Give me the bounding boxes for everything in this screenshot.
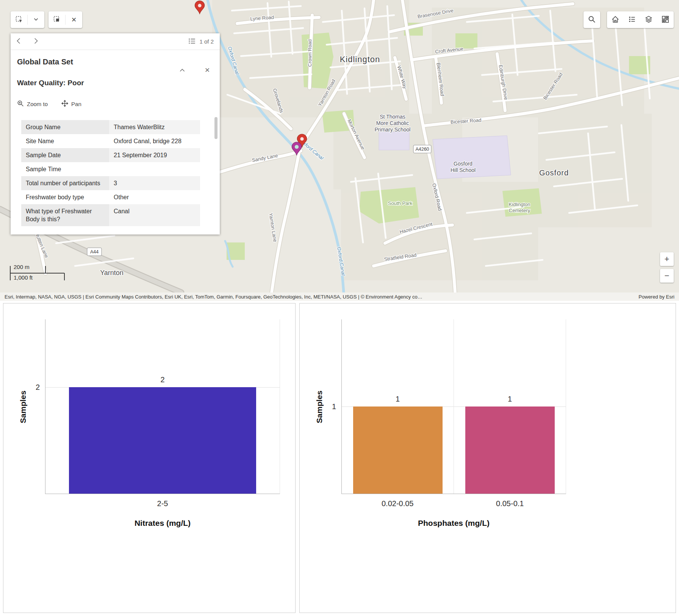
x-category-label: 0.02-0.05 bbox=[341, 499, 454, 508]
close-popup-button[interactable]: ✕ bbox=[203, 66, 211, 74]
field-row: Sample Date21 September 2019 bbox=[21, 148, 200, 162]
bar-value-label: 1 bbox=[465, 395, 555, 403]
chevron-left-icon bbox=[16, 38, 22, 45]
pager-text: 1 of 2 bbox=[199, 38, 214, 45]
field-label: What type of Freshwater Body is this? bbox=[21, 204, 109, 226]
poi-label-st-thomas-3: Primary School bbox=[375, 127, 411, 133]
chevron-down-icon bbox=[33, 16, 39, 24]
category-slot: 1 bbox=[342, 319, 454, 494]
category-slot: 1 bbox=[454, 319, 566, 494]
nitrates-chart: Samples 2 2 2-5 Nitrates (mg/L) bbox=[3, 303, 296, 613]
search-icon bbox=[588, 16, 596, 24]
app: Lyne Road Crown Road Brasenose Drive Cro… bbox=[0, 0, 679, 616]
search-toolbar bbox=[584, 11, 600, 28]
field-value: Oxford Canal, bridge 228 bbox=[109, 134, 200, 148]
selection-mode-button[interactable] bbox=[48, 11, 65, 28]
pan-icon bbox=[61, 100, 68, 108]
basemap-button[interactable] bbox=[657, 11, 674, 28]
select-tool-button[interactable] bbox=[11, 11, 27, 28]
field-row: What type of Freshwater Body is this?Can… bbox=[21, 204, 200, 226]
zoom-to-icon bbox=[17, 100, 24, 108]
map-view: Lyne Road Crown Road Brasenose Drive Cro… bbox=[0, 0, 679, 292]
x-category-label: 0.05-0.1 bbox=[454, 499, 566, 508]
poi-label-st-thomas-1: St Thomas bbox=[380, 114, 405, 120]
scalebar: 200 m 1,000 ft bbox=[10, 263, 70, 283]
field-row: Freshwater body typeOther bbox=[21, 190, 200, 204]
plot-area: 11 bbox=[341, 319, 566, 494]
chart-bar[interactable]: 1 bbox=[465, 406, 555, 494]
field-row: Sample Time bbox=[21, 162, 200, 176]
search-button[interactable] bbox=[584, 11, 600, 28]
select-area-icon bbox=[53, 16, 61, 24]
x-axis-categories: 2-5 bbox=[45, 499, 280, 508]
field-row: Site NameOxford Canal, bridge 228 bbox=[21, 134, 200, 148]
layers-icon bbox=[645, 16, 652, 24]
category-slot: 2 bbox=[45, 319, 280, 494]
plot-area: 2 bbox=[45, 319, 280, 494]
collapse-popup-button[interactable] bbox=[178, 67, 186, 75]
select-toolbar bbox=[11, 11, 44, 28]
poi-label-south-park: South Park bbox=[388, 200, 413, 206]
map-tools-toolbar bbox=[607, 11, 674, 28]
close-icon: ✕ bbox=[71, 17, 77, 23]
field-row: Total number of participants3 bbox=[21, 176, 200, 190]
attribute-table: Group NameThames WaterBlitzSite NameOxfo… bbox=[21, 120, 200, 235]
select-dropdown-button[interactable] bbox=[28, 11, 44, 28]
field-value: 3 bbox=[109, 176, 200, 190]
chevron-right-icon bbox=[32, 38, 39, 45]
route-shield-a4260: A4260 bbox=[413, 145, 431, 153]
popup-actions: Zoom to Pan bbox=[17, 100, 81, 108]
legend-button[interactable] bbox=[624, 11, 640, 28]
zoom-in-button[interactable]: + bbox=[660, 252, 674, 266]
road-label-crown-road: Crown Road bbox=[307, 39, 313, 67]
field-value: Canal bbox=[109, 204, 200, 226]
y-tick-label: 1 bbox=[332, 402, 336, 411]
pan-button[interactable]: Pan bbox=[61, 100, 81, 108]
x-category-label: 2-5 bbox=[45, 499, 280, 508]
popup-title: Global Data Set bbox=[17, 58, 73, 66]
x-axis-title: Phosphates (mg/L) bbox=[341, 519, 566, 528]
layers-button[interactable] bbox=[640, 11, 657, 28]
powered-by: Powered by Esri bbox=[638, 294, 674, 300]
attribution-bar: Esri, Intermap, NASA, NGA, USGS | Esri C… bbox=[0, 292, 679, 301]
scrollbar-thumb[interactable] bbox=[214, 117, 217, 139]
next-feature-button[interactable] bbox=[27, 33, 44, 50]
feature-list-icon bbox=[188, 38, 196, 46]
y-axis-ticks: 1 bbox=[300, 319, 336, 494]
chevron-up-icon bbox=[179, 67, 186, 75]
previous-feature-button[interactable] bbox=[11, 33, 27, 50]
field-label: Total number of participants bbox=[21, 176, 109, 190]
chart-bar[interactable]: 1 bbox=[353, 406, 443, 494]
zoom-controls: + − bbox=[660, 252, 674, 283]
poi-label-gosford-hill-1: Gosford bbox=[454, 161, 472, 167]
field-label: Sample Time bbox=[21, 162, 109, 176]
x-axis-title: Nitrates (mg/L) bbox=[45, 519, 280, 528]
shield-label-a44: A44 bbox=[90, 249, 99, 255]
feature-popup: 1 of 2 Global Data Set ✕ Water Quality: … bbox=[11, 33, 220, 235]
place-label-yarnton: Yarnton bbox=[100, 269, 124, 277]
selection-toolbar: ✕ bbox=[48, 11, 82, 28]
field-value bbox=[109, 162, 200, 176]
pan-label: Pan bbox=[71, 101, 81, 107]
y-tick-label: 2 bbox=[36, 383, 40, 391]
x-axis-categories: 0.02-0.050.05-0.1 bbox=[341, 499, 566, 508]
field-value: Thames WaterBlitz bbox=[109, 120, 200, 134]
zoom-to-label: Zoom to bbox=[27, 101, 48, 107]
clear-selection-button[interactable]: ✕ bbox=[66, 11, 82, 28]
feature-pager[interactable]: 1 of 2 bbox=[188, 38, 220, 46]
field-row: Group NameThames WaterBlitz bbox=[21, 120, 200, 134]
bar-value-label: 2 bbox=[69, 375, 256, 384]
poi-label-gosford-hill-2: Hill School bbox=[451, 167, 476, 173]
bar-value-label: 1 bbox=[353, 395, 443, 403]
chart-bar[interactable]: 2 bbox=[69, 387, 256, 494]
zoom-out-button[interactable]: − bbox=[660, 269, 674, 283]
place-label-gosford: Gosford bbox=[539, 169, 569, 177]
scalebar-imperial: 1,000 ft bbox=[14, 274, 33, 281]
place-label-kidlington: Kidlington bbox=[340, 55, 380, 64]
basemap-grid-icon bbox=[662, 16, 669, 24]
zoom-to-button[interactable]: Zoom to bbox=[17, 100, 48, 108]
home-button[interactable] bbox=[607, 11, 624, 28]
select-rectangle-icon bbox=[15, 16, 23, 24]
popup-scrollbar[interactable] bbox=[214, 115, 217, 231]
poi-label-st-thomas-2: More Catholic bbox=[376, 120, 409, 126]
